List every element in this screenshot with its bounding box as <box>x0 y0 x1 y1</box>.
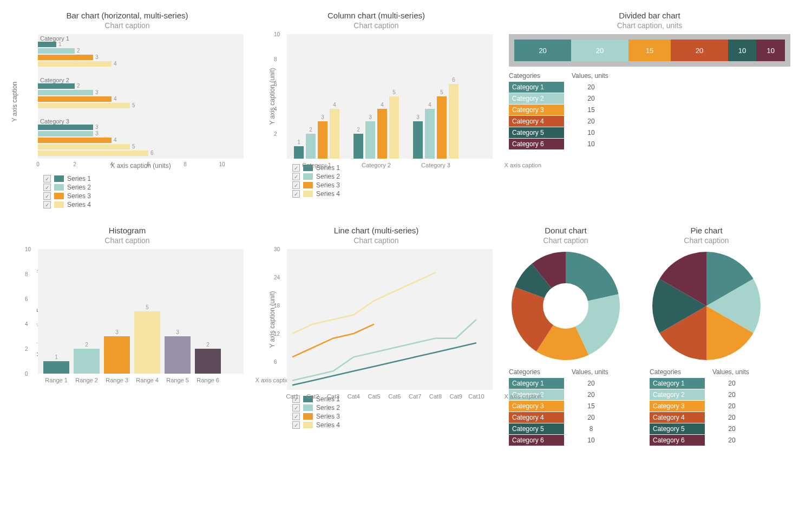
checkbox-icon[interactable]: ✓ <box>43 184 51 191</box>
checkbox-icon[interactable]: ✓ <box>43 192 51 200</box>
x-tick: Cat2 <box>306 393 319 400</box>
category-value: 8 <box>575 425 607 433</box>
y-tick: 30 <box>274 246 280 252</box>
y-tick: 4 <box>274 106 277 112</box>
legend-label: Series 4 <box>316 190 340 198</box>
hbar-chart: Bar chart (horizontal, multi-series) Cha… <box>11 11 244 210</box>
legend-swatch <box>54 175 64 182</box>
legend-swatch <box>54 201 64 208</box>
checkbox-icon[interactable]: ✓ <box>43 175 51 182</box>
category-value: 10 <box>575 436 607 444</box>
category-chip: Category 4 <box>650 412 705 423</box>
category-value: 20 <box>575 391 607 399</box>
checkbox-icon[interactable]: ✓ <box>292 181 300 189</box>
category-chip: Category 4 <box>509 116 564 127</box>
y-tick: 24 <box>274 275 280 280</box>
legend-label: Series 2 <box>316 404 340 412</box>
donut-hole <box>543 283 588 329</box>
category-table: Categories Values, unitsCategory 1 20Cat… <box>650 368 763 446</box>
bar-value: 5 <box>132 102 135 108</box>
legend-swatch <box>54 193 64 199</box>
bar-value: 4 <box>114 137 117 143</box>
plot-area: X axis caption 612182430Cat1Cat2Cat3Cat4… <box>287 249 493 390</box>
category-label: Category 2 <box>40 77 69 83</box>
table-head-categories: Categories <box>509 72 561 80</box>
category-chip: Category 5 <box>509 423 564 434</box>
bar-value: 3 <box>95 89 99 95</box>
bar-value: 3 <box>95 54 99 60</box>
legend-item: ✓ Series 4 <box>292 421 493 429</box>
legend-item: ✓ Series 3 <box>292 181 493 189</box>
bar-value: 4 <box>381 102 384 108</box>
x-tick: 2 <box>73 161 76 167</box>
divided-bar-segment: 20 <box>514 40 571 61</box>
category-chip: Category 2 <box>650 389 705 400</box>
bar <box>38 103 130 108</box>
bar <box>294 146 304 159</box>
category-value: 20 <box>575 118 607 125</box>
category-value: 20 <box>575 380 607 387</box>
table-row: Category 6 20 <box>650 435 763 446</box>
category-label: Category 1 <box>40 35 69 42</box>
checkbox-icon[interactable]: ✓ <box>43 201 51 208</box>
category-value: 20 <box>575 414 607 421</box>
checkbox-icon[interactable]: ✓ <box>292 413 300 420</box>
bar-value: 2 <box>85 342 88 348</box>
x-tick: Cat6 <box>388 393 401 400</box>
checkbox-icon[interactable]: ✓ <box>292 404 300 412</box>
bar <box>377 109 387 159</box>
legend-label: Series 3 <box>67 192 91 200</box>
divided-bar-segment: 10 <box>728 40 757 61</box>
pie-charts-block: Donut chart Chart caption Categories Val… <box>509 226 790 446</box>
bar-value: 2 <box>309 127 312 133</box>
category-value: 10 <box>575 129 607 136</box>
histogram-chart: Histogram Chart caption Y axis caption, … <box>11 226 244 446</box>
bar <box>38 61 112 67</box>
y-tick: 4 <box>25 321 28 327</box>
legend-item: ✓ Series 2 <box>292 173 493 180</box>
category-chip: Category 3 <box>509 401 564 412</box>
x-tick: 6 <box>147 161 150 167</box>
bar <box>38 138 112 143</box>
checkbox-icon[interactable]: ✓ <box>292 173 300 180</box>
checkbox-icon[interactable]: ✓ <box>292 421 300 429</box>
bar <box>38 151 148 156</box>
bar-value: 2 <box>357 127 360 133</box>
bar-value: 1 <box>58 41 62 47</box>
divided-bar-segment: 20 <box>671 40 728 61</box>
chart-title: Histogram <box>11 226 244 235</box>
bar-value: 4 <box>333 102 336 108</box>
table-head-values: Values, units <box>572 368 608 376</box>
table-row: Category 5 8 <box>509 423 623 434</box>
legend-swatch <box>303 404 313 411</box>
checkbox-icon[interactable]: ✓ <box>292 164 300 172</box>
bar <box>318 121 328 159</box>
hbar-plot-wrap: Y axis caption Category 11234Category 22… <box>11 34 244 169</box>
bar-value: 4 <box>428 102 431 108</box>
legend-item: ✓ Series 3 <box>43 192 244 200</box>
column-chart: Column chart (multi-series) Chart captio… <box>260 11 493 210</box>
category-chip: Category 5 <box>650 423 705 434</box>
legend-label: Series 3 <box>316 413 340 420</box>
category-value: 20 <box>575 83 607 91</box>
category-chip: Category 1 <box>509 378 564 389</box>
legend: ✓ Series 1✓ Series 2✓ Series 3✓ Series 4 <box>292 395 493 429</box>
bar-value: 1 <box>55 354 58 360</box>
checkbox-icon[interactable]: ✓ <box>292 190 300 198</box>
charts-grid: Bar chart (horizontal, multi-series) Cha… <box>11 11 812 446</box>
table-row: Category 4 20 <box>509 116 790 127</box>
x-tick: Cat7 <box>409 393 421 400</box>
column-plot-wrap: Y axis caption (unit) X axis caption 246… <box>260 34 493 159</box>
y-axis-label: Y axis caption (unit) <box>269 291 276 348</box>
chart-title: Pie chart <box>650 226 763 235</box>
legend-label: Series 4 <box>316 421 340 429</box>
chart-caption: Chart caption <box>650 236 763 245</box>
legend-item: ✓ Series 4 <box>292 190 493 198</box>
line-series <box>292 319 476 381</box>
chart-title: Donut chart <box>509 226 623 235</box>
y-tick: 0 <box>25 371 28 377</box>
bar-value: 5 <box>440 89 443 95</box>
chart-caption: Chart caption <box>260 236 493 245</box>
category-value: 20 <box>716 380 748 387</box>
table-row: Category 4 20 <box>509 412 623 423</box>
